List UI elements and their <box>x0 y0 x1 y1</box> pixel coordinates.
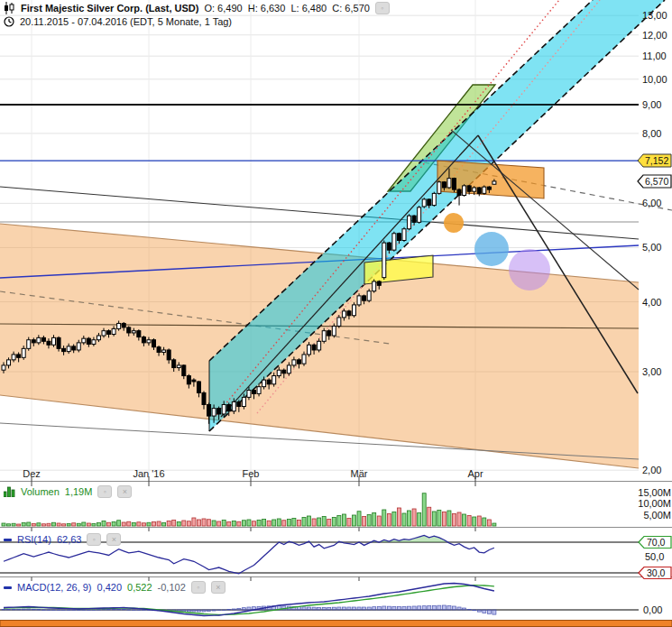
purple-circle[interactable] <box>509 249 550 290</box>
candlestick-icon <box>4 2 15 14</box>
rsi-label: RSI(14) <box>17 534 51 545</box>
rsi-upper-level-marker: 70,0 <box>639 537 671 549</box>
price-axis-label: 11,00 <box>642 51 667 61</box>
rsi-lower-level-marker: 30,0 <box>639 567 671 579</box>
macd-signal-value: 0,522 <box>127 582 152 593</box>
volume-panel-header: Volumen 1,19M ◦ × <box>4 485 132 498</box>
month-label: Dez <box>23 468 41 479</box>
price-axis-label: 4,00 <box>642 297 661 308</box>
clock-icon <box>4 16 14 27</box>
volume-axis-label: 15,00M <box>633 487 671 498</box>
rsi-upper-level-value: 70,0 <box>647 537 666 548</box>
charting-app-window: 7,152 6,570 70,0 30,0 First Majestic Sil… <box>0 0 672 627</box>
blue-circle[interactable] <box>474 232 509 266</box>
price-alert-value: 7,152 <box>645 155 668 166</box>
rsi-lower-level-value: 30,0 <box>647 567 666 578</box>
rsi-panel-header: RSI(14) 62,63 ◦ × <box>4 533 121 546</box>
macd-hist-value: -0,102 <box>158 582 186 593</box>
last-price-marker: 6,570 <box>638 175 671 188</box>
price-axis-label: 13,00 <box>642 10 667 21</box>
macd-panel-header: MACD(12, 26, 9) 0,420 0,522 -0,102 ◦ × <box>4 581 226 594</box>
price-axis-label: 10,00 <box>642 74 667 85</box>
price-axis-label: 6,00 <box>642 198 661 208</box>
price-alert-marker[interactable]: 7,152 <box>638 154 671 167</box>
chart-settings-button[interactable]: ◦ <box>375 2 390 14</box>
price-axis-label: 8,00 <box>642 128 661 139</box>
rsi-mid-level-label: 50,0 <box>645 551 664 562</box>
macd-label: MACD(12, 26, 9) <box>17 582 92 593</box>
macd-value: 0,420 <box>97 582 123 593</box>
month-label: Apr <box>467 468 483 479</box>
volume-axis-label: 5,00M <box>633 510 671 521</box>
volume-label: Volumen <box>21 486 60 497</box>
macd-legend-swatch <box>4 586 12 589</box>
orange-circle[interactable] <box>444 213 464 233</box>
macd-close-button[interactable]: × <box>211 581 226 594</box>
macd-zero-label: 0,00 <box>643 604 662 615</box>
volume-icon <box>4 486 15 497</box>
rsi-settings-button[interactable]: ◦ <box>87 533 101 546</box>
rsi-value: 62,63 <box>57 534 82 545</box>
price-axis-label: 3,00 <box>642 366 661 377</box>
price-axis-label: 2,00 <box>642 465 661 475</box>
ohlc-readout: O: 6,490 H: 6,630 L: 6,480 C: 6,570 <box>204 3 369 14</box>
rsi-legend-swatch <box>4 539 12 541</box>
price-axis-label: 12,00 <box>642 30 667 41</box>
last-price-value: 6,570 <box>645 176 668 187</box>
date-range-label: 20.11.2015 - 07.04.2016 (EDT, 5 Monate, … <box>20 16 232 27</box>
rsi-close-button[interactable]: × <box>106 533 121 546</box>
volume-axis-label: 10,00M <box>633 498 671 509</box>
volume-settings-button[interactable]: ◦ <box>97 485 112 498</box>
time-scrollbar[interactable] <box>0 621 672 627</box>
month-label: Mär <box>351 468 368 479</box>
volume-value: 1,19M <box>65 486 93 497</box>
price-axis-label: 9,00 <box>642 99 661 110</box>
month-label: Feb <box>243 468 260 479</box>
macd-settings-button[interactable]: ◦ <box>191 581 206 594</box>
instrument-header: First Majestic Silver Corp. (Last, USD) … <box>4 2 390 14</box>
date-range-header: 20.11.2015 - 07.04.2016 (EDT, 5 Monate, … <box>4 16 232 27</box>
instrument-title: First Majestic Silver Corp. (Last, USD) <box>21 3 198 14</box>
price-axis-label: 5,00 <box>642 242 661 253</box>
month-label: Jan '16 <box>133 468 164 479</box>
volume-close-button[interactable]: × <box>117 485 132 498</box>
